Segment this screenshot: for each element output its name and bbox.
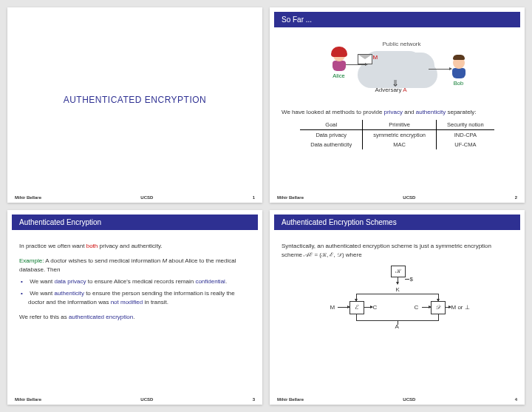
footer-inst: UCSD [403, 397, 415, 402]
scheme-diagram: 𝒦 ℰ 𝒟 $ K M C C M or ⊥ A [320, 266, 475, 332]
slide-3: Authenticated Encryption In practice we … [7, 210, 262, 405]
footer-author: Mihir Bellare [277, 195, 304, 200]
list-item: We want data privacy to ensure Alice's m… [28, 277, 250, 286]
message-label: M [373, 54, 378, 61]
footer-inst: UCSD [140, 397, 153, 402]
head-icon [333, 50, 345, 61]
slide-footer: Mihir Bellare UCSD 1 [7, 192, 262, 203]
random-coins-label: $ [410, 276, 413, 283]
head-icon [453, 57, 465, 69]
arrow-icon [405, 279, 409, 280]
table-row: Data privacy symmetric encryption IND-CP… [300, 130, 494, 141]
table-row: Goal Primitive Security notion [300, 120, 494, 130]
slide-title: Authenticated Encryption Schemes [274, 215, 520, 230]
footer-author: Mihir Bellare [277, 397, 304, 402]
slide-body: Syntactically, an authenticated encrypti… [270, 230, 525, 395]
output-label: M or ⊥ [451, 304, 470, 311]
slide-footer: Mihir Bellare UCSD 4 [270, 394, 525, 405]
footer-page: 3 [253, 397, 255, 402]
bob-figure: Bob [452, 57, 466, 87]
security-table: Goal Primitive Security notion Data priv… [300, 120, 494, 149]
bullet-list: We want data privacy to ensure Alice's m… [19, 277, 250, 307]
footer-page: 4 [515, 397, 517, 402]
encrypt-box: ℰ [349, 301, 364, 314]
th-notion: Security notion [437, 120, 494, 130]
arrow-icon [429, 69, 451, 70]
slide-title: Authenticated Encryption [12, 215, 258, 230]
key-label: K [396, 286, 400, 293]
arrow-icon [438, 294, 439, 301]
line-icon [356, 314, 357, 320]
intro-text: We have looked at methods to provide pri… [282, 109, 513, 115]
keygen-box: 𝒦 [391, 266, 406, 277]
slide-2: So Far ... Public network M ⇑ Alice Bob … [270, 7, 525, 203]
table-row: Data authenticity MAC UF-CMA [300, 140, 494, 149]
slide-footer: Mihir Bellare UCSD 3 [7, 394, 262, 405]
paragraph: We refer to this as authenticated encryp… [19, 313, 250, 322]
hair-icon [331, 47, 347, 57]
decrypt-box: 𝒟 [431, 301, 446, 314]
hair-icon [453, 55, 465, 60]
slide-title: So Far ... [274, 12, 520, 27]
footer-inst: UCSD [140, 195, 153, 200]
page-title: AUTHENTICATED ENCRYPTION [19, 13, 250, 186]
cipher-label: C [415, 304, 419, 311]
line-icon [438, 314, 439, 320]
footer-inst: UCSD [403, 195, 415, 200]
alice-figure: Alice [332, 50, 346, 79]
line-icon [398, 320, 398, 325]
arrow-icon [346, 64, 366, 65]
paragraph: In practice we often want both privacy a… [19, 242, 250, 251]
arrow-icon [422, 307, 431, 308]
arrow-icon [364, 307, 372, 308]
torso-icon [332, 61, 346, 71]
arrow-icon [445, 307, 451, 308]
arrow-icon [398, 277, 398, 284]
network-cartoon: Public network M ⇑ Alice Bob Adversary A [316, 36, 479, 103]
th-goal: Goal [300, 120, 362, 130]
footer-author: Mihir Bellare [15, 195, 41, 200]
slide-4: Authenticated Encryption Schemes Syntact… [270, 210, 525, 405]
adversary-label: Adversary A [375, 87, 407, 93]
slide-body: AUTHENTICATED ENCRYPTION [7, 7, 262, 192]
message-label: M [330, 304, 335, 311]
footer-author: Mihir Bellare [15, 397, 41, 402]
footer-page: 1 [253, 195, 255, 200]
arrow-icon [338, 307, 349, 308]
slide-1: AUTHENTICATED ENCRYPTION Mihir Bellare U… [7, 7, 262, 203]
torso-icon [452, 68, 466, 78]
slide-footer: Mihir Bellare UCSD 2 [270, 192, 525, 203]
slide-body: In practice we often want both privacy a… [7, 230, 262, 395]
paragraph: Example: A doctor wishes to send medical… [19, 257, 250, 274]
paragraph: Syntactically, an authenticated encrypti… [282, 242, 513, 260]
footer-page: 2 [515, 195, 517, 200]
list-item: We want authenticity to ensure the perso… [28, 289, 250, 307]
th-primitive: Primitive [363, 120, 437, 130]
cipher-label: C [373, 304, 378, 311]
arrow-icon [356, 294, 357, 301]
public-network-label: Public network [383, 41, 421, 47]
bob-label: Bob [452, 80, 466, 87]
line-icon [356, 294, 439, 294]
alice-label: Alice [332, 72, 346, 79]
slide-body: Public network M ⇑ Alice Bob Adversary A… [270, 27, 525, 192]
